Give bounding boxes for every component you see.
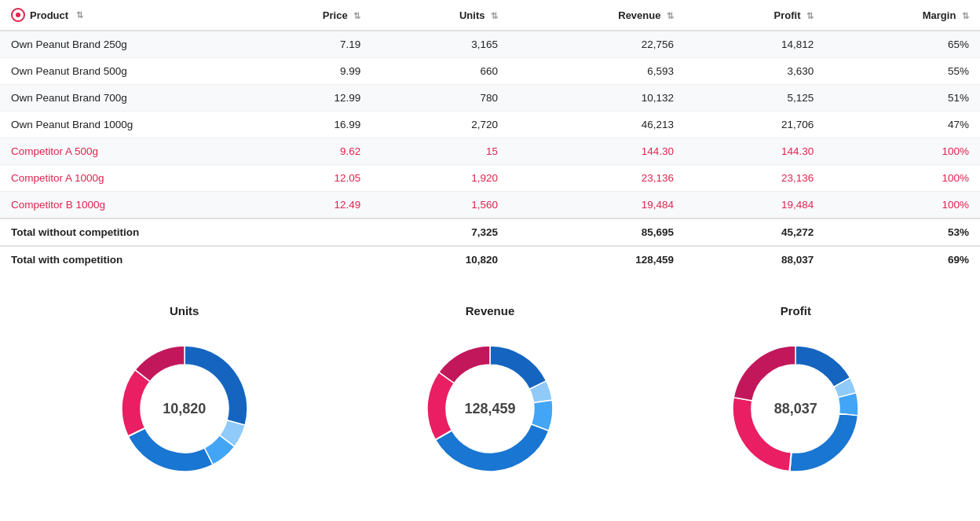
table-row: Competitor B 1000g 12.49 1,560 19,484 19… xyxy=(0,192,980,219)
table-row: Own Peanut Brand 250g 7.19 3,165 22,756 … xyxy=(0,31,980,58)
cell-units: 2,720 xyxy=(371,112,509,138)
donut-wrapper: 10,820 xyxy=(106,330,263,487)
donut-segment xyxy=(135,346,185,381)
margin-sort-icon[interactable]: ⇅ xyxy=(962,11,969,21)
total-margin: 53% xyxy=(825,218,980,246)
cell-price: 16.99 xyxy=(236,112,371,138)
cell-margin: 100% xyxy=(825,138,980,165)
donut-center-value: 128,459 xyxy=(464,401,515,417)
revenue-sort-icon[interactable]: ⇅ xyxy=(667,11,674,21)
donut-center-value: 10,820 xyxy=(163,401,206,417)
total-profit: 88,037 xyxy=(685,246,825,273)
cell-margin: 47% xyxy=(825,112,980,138)
cell-price: 7.19 xyxy=(236,31,371,58)
table-row: Competitor A 500g 9.62 15 144.30 144.30 … xyxy=(0,138,980,165)
donut-segment xyxy=(490,346,547,389)
cell-profit: 14,812 xyxy=(685,31,825,58)
cell-margin: 55% xyxy=(825,58,980,85)
cell-margin: 100% xyxy=(825,192,980,219)
cell-units: 1,920 xyxy=(371,165,509,192)
cell-price: 9.62 xyxy=(236,138,371,165)
total-profit: 45,272 xyxy=(685,218,825,246)
total-price xyxy=(236,246,371,273)
cell-product: Own Peanut Brand 700g xyxy=(0,85,236,112)
chart-title: Revenue xyxy=(466,304,515,317)
col-header-revenue[interactable]: Revenue ⇅ xyxy=(509,0,685,31)
charts-section: Units10,820Revenue128,459Profit88,037 xyxy=(0,281,980,503)
cell-product: Own Peanut Brand 1000g xyxy=(0,112,236,138)
cell-units: 1,560 xyxy=(371,192,509,219)
cell-product: Own Peanut Brand 250g xyxy=(0,31,236,58)
col-header-product[interactable]: Product ⇅ xyxy=(0,0,236,31)
col-header-margin[interactable]: Margin ⇅ xyxy=(825,0,980,31)
donut-segment xyxy=(734,346,796,401)
product-sort-icon[interactable]: ⇅ xyxy=(76,10,83,20)
cell-margin: 51% xyxy=(825,85,980,112)
donut-segment xyxy=(122,370,150,436)
cell-units: 660 xyxy=(371,58,509,85)
donut-segment xyxy=(795,346,850,387)
total-label: Total without competition xyxy=(0,218,236,246)
total-units: 10,820 xyxy=(371,246,509,273)
cell-profit: 3,630 xyxy=(685,58,825,85)
chart-title: Profit xyxy=(781,304,811,317)
cell-units: 15 xyxy=(371,138,509,165)
cell-profit: 5,125 xyxy=(685,85,825,112)
cell-price: 12.05 xyxy=(236,165,371,192)
product-icon xyxy=(11,8,25,22)
donut-wrapper: 128,459 xyxy=(411,330,569,487)
total-units: 7,325 xyxy=(371,218,509,246)
donut-segment xyxy=(427,372,454,440)
cell-product: Competitor B 1000g xyxy=(0,192,236,219)
chart-container: Profit88,037 xyxy=(670,304,921,487)
cell-product: Own Peanut Brand 500g xyxy=(0,58,236,85)
cell-revenue: 22,756 xyxy=(509,31,685,58)
main-container: Product ⇅ Price ⇅ Units ⇅ Revenue ⇅ xyxy=(0,0,980,521)
cell-units: 780 xyxy=(371,85,509,112)
cell-revenue: 6,593 xyxy=(509,58,685,85)
total-revenue: 128,459 xyxy=(509,246,685,273)
product-header-label: Product xyxy=(30,9,68,21)
cell-revenue: 144.30 xyxy=(509,138,685,165)
col-header-price[interactable]: Price ⇅ xyxy=(236,0,371,31)
total-revenue: 85,695 xyxy=(509,218,685,246)
cell-units: 3,165 xyxy=(371,31,509,58)
table-row: Own Peanut Brand 500g 9.99 660 6,593 3,6… xyxy=(0,58,980,85)
table-row: Competitor A 1000g 12.05 1,920 23,136 23… xyxy=(0,165,980,192)
total-row: Total without competition 7,325 85,695 4… xyxy=(0,218,980,246)
data-table: Product ⇅ Price ⇅ Units ⇅ Revenue ⇅ xyxy=(0,0,980,273)
cell-price: 12.49 xyxy=(236,192,371,219)
profit-sort-icon[interactable]: ⇅ xyxy=(806,11,814,21)
cell-product: Competitor A 500g xyxy=(0,138,236,165)
cell-profit: 21,706 xyxy=(685,112,825,138)
cell-revenue: 23,136 xyxy=(509,165,685,192)
units-sort-icon[interactable]: ⇅ xyxy=(491,11,498,21)
col-header-units[interactable]: Units ⇅ xyxy=(371,0,509,31)
donut-segment xyxy=(436,424,549,471)
donut-segment xyxy=(839,393,859,416)
cell-price: 9.99 xyxy=(236,58,371,85)
cell-price: 12.99 xyxy=(236,85,371,112)
total-price xyxy=(236,218,371,246)
cell-margin: 65% xyxy=(825,31,980,58)
cell-revenue: 19,484 xyxy=(509,192,685,219)
cell-revenue: 10,132 xyxy=(509,85,685,112)
cell-revenue: 46,213 xyxy=(509,112,685,138)
cell-margin: 100% xyxy=(825,165,980,192)
table-row: Own Peanut Brand 1000g 16.99 2,720 46,21… xyxy=(0,112,980,138)
chart-container: Revenue128,459 xyxy=(364,304,616,487)
cell-product: Competitor A 1000g xyxy=(0,165,236,192)
total-margin: 69% xyxy=(825,246,980,273)
total-row: Total with competition 10,820 128,459 88… xyxy=(0,246,980,273)
donut-segment xyxy=(439,346,490,383)
price-sort-icon[interactable]: ⇅ xyxy=(353,11,360,21)
donut-segment xyxy=(790,413,858,471)
donut-center-value: 88,037 xyxy=(774,401,817,417)
donut-segment xyxy=(128,428,213,471)
cell-profit: 19,484 xyxy=(685,192,825,219)
total-label: Total with competition xyxy=(0,246,236,273)
donut-wrapper: 88,037 xyxy=(717,330,874,487)
cell-profit: 144.30 xyxy=(685,138,825,165)
chart-title: Units xyxy=(170,304,199,317)
col-header-profit[interactable]: Profit ⇅ xyxy=(685,0,825,31)
